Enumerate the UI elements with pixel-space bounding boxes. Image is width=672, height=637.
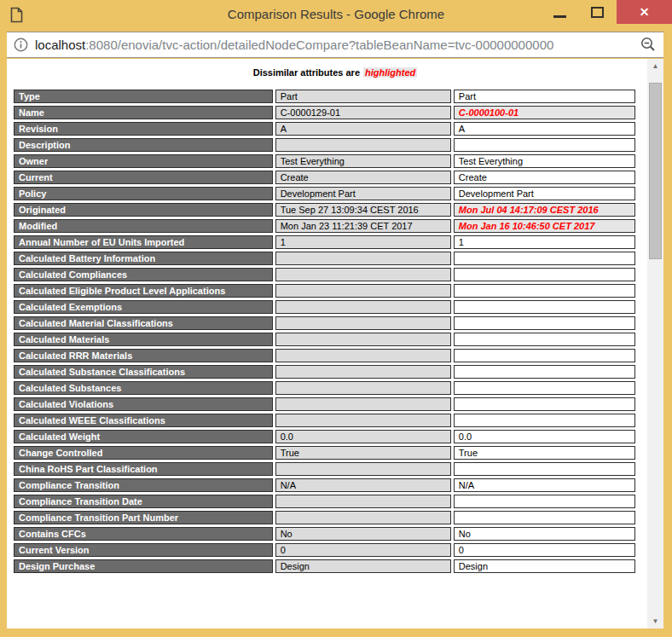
table-row: Modified Mon Jan 23 11:21:39 CET 2017 Mo… [14,219,635,233]
right-value-cell [454,349,635,362]
attribute-name-cell: Calculated RRR Materials [14,349,273,362]
table-row: Design Purchase Design Design [14,559,635,573]
table-row: Description [14,138,635,152]
maximize-button[interactable] [579,0,617,26]
left-value-cell: Part [275,90,451,103]
attribute-name-cell: Owner [14,154,273,168]
attribute-name-cell: Compliance Transition Part Number [14,511,273,524]
attribute-name-cell: Compliance Transition Date [14,495,273,508]
scroll-up-button[interactable]: ▲ [647,59,663,73]
left-value-cell [275,414,451,427]
right-value-cell: No [454,527,635,541]
table-row: Owner Test Everything Test Everything [14,154,635,168]
title-bar[interactable]: Comparison Results - Google Chrome ✕ [0,0,672,32]
attribute-name-cell: Modified [14,219,273,233]
attribute-name-cell: Calculated Material Classifications [14,316,273,330]
address-bar[interactable]: localhost:8080/enovia/tvc-action/detaile… [7,32,663,58]
left-value-cell: Design [275,559,451,573]
attribute-name-cell: Calculated Materials [14,333,273,346]
close-button[interactable]: ✕ [617,0,672,24]
right-value-cell [454,138,635,152]
banner-highlight-sample: highlighted [363,67,417,78]
right-value-cell: N/A [454,478,635,492]
table-row: Calculated WEEE Classifications [14,414,635,427]
table-row: Type Part Part [14,90,635,103]
right-value-cell [454,365,635,379]
right-value-cell: A [454,122,635,136]
table-row: Policy Development Part Development Part [14,187,635,200]
right-value-cell: C-0000100-01 [454,106,635,119]
left-value-cell: Test Everything [275,154,451,168]
maximize-icon [591,7,604,18]
attribute-name-cell: Current Version [14,543,273,557]
table-row: Calculated Eligible Product Level Applic… [14,284,635,298]
table-row: Current Create Create [14,171,635,184]
right-value-cell [454,414,635,427]
right-value-cell: 0.0 [454,430,635,443]
table-row: Calculated Weight 0.0 0.0 [14,430,635,443]
right-value-cell [454,284,635,298]
right-value-cell: Test Everything [454,154,635,168]
left-value-cell: Create [275,171,451,184]
right-value-cell [454,300,635,314]
table-row: Calculated Battery Information [14,252,635,265]
right-value-cell: Development Part [454,187,635,200]
left-value-cell [275,511,451,524]
attribute-name-cell: Calculated Substance Classifications [14,365,273,379]
table-row: Annual Number of EU Units Imported 1 1 [14,235,635,249]
attribute-name-cell: Calculated Eligible Product Level Applic… [14,284,273,298]
left-value-cell [275,349,451,362]
scrollbar-thumb[interactable] [649,83,662,259]
left-value-cell [275,333,451,346]
table-row: Calculated Materials [14,333,635,346]
zoom-out-icon[interactable] [640,37,657,53]
url-path: :8080/enovia/tvc-action/detailedNodeComp… [85,38,553,52]
table-row: Calculated Compliances [14,268,635,281]
left-value-cell [275,300,451,314]
attribute-name-cell: Calculated Exemptions [14,300,273,314]
url-text[interactable]: localhost:8080/enovia/tvc-action/detaile… [35,38,637,52]
left-value-cell: C-0000129-01 [275,106,451,119]
scroll-up-icon: ▲ [652,62,659,70]
vertical-scrollbar[interactable]: ▲ ▼ [647,59,663,628]
attribute-name-cell: Calculated Substances [14,381,273,395]
right-value-cell: Mon Jul 04 14:17:09 CEST 2016 [454,203,635,217]
minimize-button[interactable] [542,0,579,26]
attribute-name-cell: Change Controlled [14,446,273,460]
left-value-cell [275,397,451,411]
left-value-cell: True [275,446,451,460]
attribute-name-cell: Calculated Battery Information [14,252,273,265]
table-row: Compliance Transition N/A N/A [14,478,635,492]
right-value-cell [454,316,635,330]
table-row: Calculated Substance Classifications [14,365,635,379]
left-value-cell: No [275,527,451,541]
banner: Dissimilar attributes arehighlighted [7,67,663,78]
attribute-name-cell: China RoHS Part Classification [14,462,273,476]
scroll-down-button[interactable]: ▼ [647,614,663,628]
attribute-name-cell: Calculated Weight [14,430,273,443]
comparison-table-body: Type Part Part Name C-0000129-01 C-00001… [14,90,635,573]
left-value-cell: Development Part [275,187,451,200]
table-row: Calculated Exemptions [14,300,635,314]
table-row: Calculated RRR Materials [14,349,635,362]
left-value-cell: Mon Jan 23 11:21:39 CET 2017 [275,219,451,233]
right-value-cell: 0 [454,543,635,557]
left-value-cell [275,138,451,152]
table-row: Current Version 0 0 [14,543,635,557]
attribute-name-cell: Annual Number of EU Units Imported [14,235,273,249]
attribute-name-cell: Calculated Violations [14,397,273,411]
right-value-cell: Mon Jan 16 10:46:50 CET 2017 [454,219,635,233]
left-value-cell [275,284,451,298]
info-icon[interactable] [14,38,28,52]
scroll-down-icon: ▼ [652,617,659,625]
comparison-table: Type Part Part Name C-0000129-01 C-00001… [11,87,638,576]
right-value-cell: Design [454,559,635,573]
left-value-cell: N/A [275,478,451,492]
chrome-popup-window: Comparison Results - Google Chrome ✕ loc… [0,0,672,637]
attribute-name-cell: Design Purchase [14,559,273,573]
attribute-name-cell: Revision [14,122,273,136]
left-value-cell [275,268,451,281]
right-value-cell [454,462,635,476]
left-value-cell [275,495,451,508]
table-row: Calculated Violations [14,397,635,411]
